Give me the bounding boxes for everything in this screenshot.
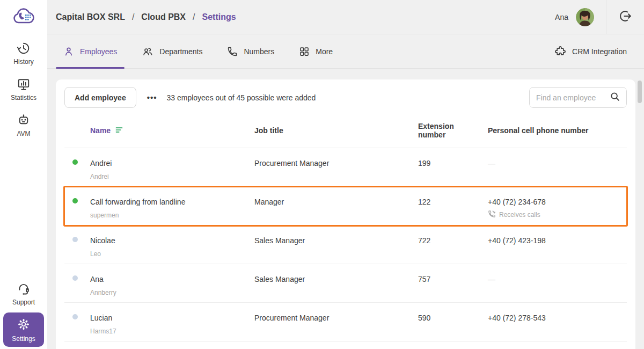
table-row[interactable]: Lucian Harms17 Procurement Manager 590 +… <box>64 303 627 341</box>
employee-username: Harms17 <box>90 328 254 335</box>
extension-cell: 199 <box>418 148 488 186</box>
breadcrumb: Capital BOX SRL / Cloud PBX / Settings <box>56 12 236 22</box>
sidebar-item-label: Statistics <box>11 94 36 101</box>
column-header-name[interactable]: Name <box>90 126 254 135</box>
name-cell: Andrei Andrei <box>90 148 254 186</box>
app-window: History Statistics <box>0 0 644 349</box>
search-input[interactable] <box>536 93 609 102</box>
phone-number: +40 (72) 234-678 <box>488 198 627 206</box>
tab-bar: Employees Departments <box>47 34 644 69</box>
table-row[interactable]: Ana Annberry Sales Manager 757 — <box>64 264 627 303</box>
status-dot <box>72 237 78 242</box>
employee-count-summary: 33 employees out of 45 possible were add… <box>166 93 316 102</box>
extension-cell: 122 <box>418 187 488 225</box>
puzzle-icon <box>554 46 566 57</box>
search-icon[interactable] <box>609 91 621 105</box>
toolbar: Add employee ••• 33 employees out of 45 … <box>64 79 627 114</box>
headset-icon <box>17 282 31 296</box>
grid-icon <box>299 46 310 57</box>
job-title-cell: Procurement Manager <box>254 303 418 341</box>
breadcrumb-settings: Settings <box>202 12 236 22</box>
vertical-scrollbar[interactable] <box>638 81 642 103</box>
phone-number: +40 (72) 278-543 <box>488 314 627 322</box>
job-title-cell: Sales Manager <box>254 226 418 264</box>
sort-icon <box>115 126 123 135</box>
tab-more[interactable]: More <box>291 34 340 68</box>
employee-name: Andrei <box>90 159 254 168</box>
phone-number: — <box>488 159 627 168</box>
more-menu-icon[interactable]: ••• <box>147 93 157 102</box>
status-cell <box>64 264 90 302</box>
logout-icon <box>618 9 632 25</box>
table-row[interactable]: Andrei Andrei Procurement Manager 199 — <box>64 148 627 187</box>
job-title-cell: Sales Manager <box>254 264 418 302</box>
tab-label: Numbers <box>244 47 274 56</box>
tab-numbers[interactable]: Numbers <box>219 34 282 68</box>
breadcrumb-separator: / <box>132 12 134 22</box>
tab-label: Employees <box>80 47 117 56</box>
tab-departments[interactable]: Departments <box>134 34 210 68</box>
tab-label: CRM Integration <box>572 47 627 56</box>
sidebar: History Statistics <box>0 0 47 349</box>
table-header: Name Job title Extension number Personal… <box>64 114 627 148</box>
status-dot <box>72 275 78 281</box>
name-cell: Ana Annberry <box>90 264 254 302</box>
breadcrumb-cloud-pbx[interactable]: Cloud PBX <box>141 12 186 22</box>
employees-card: Add employee ••• 33 employees out of 45 … <box>56 79 635 349</box>
phone-cell: +40 (72) 423-198 <box>488 226 627 264</box>
status-cell <box>64 303 90 341</box>
status-dot <box>72 314 78 319</box>
status-dot <box>72 159 78 165</box>
phone-cell: — <box>488 148 627 186</box>
receives-calls-icon <box>488 210 496 220</box>
statistics-icon <box>17 77 31 91</box>
column-header-extension: Extension number <box>418 122 488 139</box>
name-cell: Lucian Harms17 <box>90 303 254 341</box>
phone-number: +40 (72) 423-198 <box>488 236 627 245</box>
people-icon <box>142 46 153 57</box>
name-cell: Call forwarding from landline supermen <box>90 187 254 225</box>
avatar[interactable] <box>576 8 594 26</box>
sidebar-item-settings[interactable]: Settings <box>3 312 44 347</box>
phone-number: — <box>488 275 627 283</box>
sidebar-item-label: AVM <box>17 130 30 137</box>
history-icon <box>17 41 31 55</box>
search-box <box>529 87 627 108</box>
status-dot <box>72 198 78 203</box>
table-row[interactable]: Call forwarding from landline supermen M… <box>64 187 627 226</box>
breadcrumb-company[interactable]: Capital BOX SRL <box>56 12 125 22</box>
employee-username: Andrei <box>90 173 254 180</box>
extension-cell: 590 <box>418 303 488 341</box>
phone-note: Receives calls <box>488 210 627 220</box>
status-cell <box>64 226 90 264</box>
status-cell <box>64 187 90 225</box>
phone-cell: +40 (72) 234-678 Receives calls <box>488 187 627 225</box>
phone-cell: — <box>488 264 627 302</box>
employee-name: Call forwarding from landline <box>90 198 254 206</box>
sidebar-item-label: Settings <box>12 335 35 343</box>
phone-icon <box>227 46 238 57</box>
breadcrumb-separator: / <box>193 12 195 22</box>
employee-name: Nicolae <box>90 236 254 245</box>
table-body: Andrei Andrei Procurement Manager 199 — … <box>64 148 627 341</box>
tab-crm-integration[interactable]: CRM Integration <box>547 34 634 68</box>
phone-cell: +40 (72) 278-543 <box>488 303 627 341</box>
tab-label: Departments <box>159 47 202 56</box>
employee-username: supermen <box>90 212 254 219</box>
main-area: Capital BOX SRL / Cloud PBX / Settings A… <box>47 0 644 349</box>
sidebar-item-history[interactable]: History <box>13 41 33 66</box>
sidebar-item-statistics[interactable]: Statistics <box>11 77 36 101</box>
logout-button[interactable] <box>606 0 644 34</box>
employee-name: Lucian <box>90 314 254 322</box>
extension-cell: 757 <box>418 264 488 302</box>
tab-employees[interactable]: Employees <box>56 34 125 68</box>
add-employee-button[interactable]: Add employee <box>64 87 136 108</box>
name-cell: Nicolae Leo <box>90 226 254 264</box>
table-row[interactable]: Nicolae Leo Sales Manager 722 +40 (72) 4… <box>64 226 627 264</box>
cloud-phone-logo-icon[interactable] <box>11 5 36 30</box>
sidebar-item-support[interactable]: Support <box>12 282 35 306</box>
robot-icon <box>17 113 31 127</box>
top-bar: Capital BOX SRL / Cloud PBX / Settings A… <box>47 0 644 34</box>
sidebar-item-avm[interactable]: AVM <box>17 113 31 137</box>
sidebar-item-label: History <box>13 58 33 66</box>
